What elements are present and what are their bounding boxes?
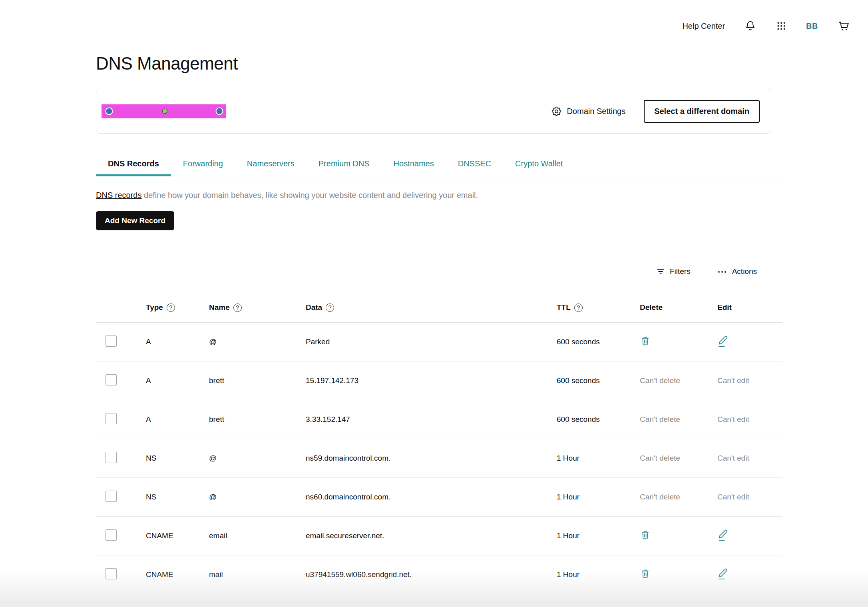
- record-data-cell: 15.197.142.173: [306, 376, 557, 385]
- table-row: NS @ ns60.domaincontrol.com. 1 Hour Can'…: [96, 478, 782, 517]
- column-header-name: Name: [209, 303, 230, 312]
- edit-pencil-icon: [717, 567, 729, 580]
- row-checkbox[interactable]: [106, 491, 117, 502]
- record-ttl-cell: 600 seconds: [557, 337, 640, 346]
- record-ttl-cell: 600 seconds: [557, 376, 640, 385]
- actions-button[interactable]: Actions: [716, 266, 757, 277]
- row-checkbox[interactable]: [106, 568, 117, 579]
- main-content: DNS Management Domain Settings Select a …: [96, 54, 782, 594]
- row-checkbox[interactable]: [106, 529, 117, 541]
- help-center-link[interactable]: Help Center: [682, 22, 725, 31]
- table-row: A @ Parked 600 seconds: [96, 323, 782, 361]
- edit-record-button[interactable]: [717, 529, 729, 541]
- cant-delete-label: Can't delete: [640, 493, 680, 501]
- record-data-cell: u37941559.wl060.sendgrid.net.: [306, 570, 557, 579]
- cant-edit-label: Can't edit: [717, 376, 749, 385]
- record-data-cell: email.secureserver.net.: [306, 531, 557, 540]
- dns-table-header: Type? Name? Data? TTL? Delete Edit: [96, 298, 782, 323]
- tab-crypto-wallet[interactable]: Crypto Wallet: [503, 159, 575, 176]
- column-header-ttl: TTL: [557, 303, 571, 312]
- table-row: A brett 3.33.152.147 600 seconds Can't d…: [96, 400, 782, 439]
- record-name-cell: brett: [209, 376, 306, 385]
- column-header-edit: Edit: [717, 303, 732, 312]
- edit-record-button[interactable]: [717, 567, 729, 580]
- cant-delete-label: Can't delete: [640, 376, 680, 385]
- type-help-icon[interactable]: ?: [167, 304, 175, 312]
- record-ttl-cell: 600 seconds: [557, 415, 640, 424]
- record-type-cell: CNAME: [146, 531, 209, 540]
- gear-icon: [551, 106, 562, 117]
- column-header-type: Type: [146, 303, 163, 312]
- tab-premium-dns[interactable]: Premium DNS: [307, 159, 382, 176]
- record-data-cell: Parked: [306, 337, 557, 346]
- record-type-cell: A: [146, 337, 209, 346]
- domain-name-redaction: [102, 104, 226, 118]
- cart-icon[interactable]: [837, 20, 850, 33]
- row-checkbox[interactable]: [106, 413, 117, 424]
- cant-edit-label: Can't edit: [717, 454, 749, 462]
- tab-dnssec[interactable]: DNSSEC: [446, 159, 503, 176]
- tab-nameservers[interactable]: Nameservers: [235, 159, 307, 176]
- cant-edit-label: Can't edit: [717, 415, 749, 423]
- row-checkbox[interactable]: [106, 335, 117, 347]
- cant-delete-label: Can't delete: [640, 415, 680, 423]
- ellipsis-icon: [716, 266, 728, 277]
- redaction-center-dot: [162, 109, 167, 114]
- record-data-cell: ns60.domaincontrol.com.: [306, 493, 557, 501]
- table-row: NS @ ns59.domaincontrol.com. 1 Hour Can'…: [96, 439, 782, 478]
- edit-pencil-icon: [717, 335, 729, 347]
- record-name-cell: @: [209, 493, 306, 501]
- notifications-bell-icon[interactable]: [744, 20, 757, 32]
- tab-forwarding[interactable]: Forwarding: [171, 159, 235, 176]
- record-data-cell: ns59.domaincontrol.com.: [306, 454, 557, 463]
- record-name-cell: @: [209, 337, 306, 346]
- record-type-cell: NS: [146, 454, 209, 463]
- dns-table-body: A @ Parked 600 seconds: [96, 323, 782, 594]
- cant-edit-label: Can't edit: [717, 493, 749, 501]
- record-name-cell: brett: [209, 415, 306, 424]
- filters-button[interactable]: Filters: [655, 266, 691, 277]
- record-type-cell: NS: [146, 493, 209, 501]
- edit-record-button[interactable]: [717, 335, 729, 347]
- delete-record-button[interactable]: [640, 568, 651, 579]
- redaction-right-dot: [216, 108, 223, 115]
- domain-settings-link[interactable]: Domain Settings: [551, 106, 625, 117]
- name-help-icon[interactable]: ?: [233, 304, 242, 312]
- select-different-domain-button[interactable]: Select a different domain: [644, 100, 760, 123]
- record-type-cell: CNAME: [146, 570, 209, 579]
- record-type-cell: A: [146, 376, 209, 385]
- data-help-icon[interactable]: ?: [326, 304, 334, 312]
- add-new-record-button[interactable]: Add New Record: [96, 211, 174, 230]
- ttl-help-icon[interactable]: ?: [574, 304, 583, 312]
- delete-record-button[interactable]: [640, 529, 651, 541]
- column-header-data: Data: [306, 303, 322, 312]
- table-row: CNAME mail u37941559.wl060.sendgrid.net.…: [96, 555, 782, 594]
- record-ttl-cell: 1 Hour: [557, 454, 640, 463]
- trash-icon: [640, 335, 651, 347]
- record-ttl-cell: 1 Hour: [557, 493, 640, 501]
- domain-card: Domain Settings Select a different domai…: [96, 89, 771, 134]
- account-avatar[interactable]: BB: [806, 22, 818, 31]
- redaction-left-dot: [106, 108, 113, 115]
- description-text: define how your domain behaves, like sho…: [141, 191, 478, 200]
- record-name-cell: @: [209, 454, 306, 463]
- row-checkbox[interactable]: [106, 374, 117, 385]
- page-title: DNS Management: [96, 54, 782, 74]
- record-type-cell: A: [146, 415, 209, 424]
- row-checkbox[interactable]: [106, 452, 117, 463]
- dns-records-link[interactable]: DNS records: [96, 191, 141, 200]
- app-grid-icon[interactable]: [776, 20, 787, 32]
- trash-icon: [640, 529, 651, 541]
- record-ttl-cell: 1 Hour: [557, 531, 640, 540]
- table-row: CNAME email email.secureserver.net. 1 Ho…: [96, 517, 782, 555]
- trash-icon: [640, 568, 651, 579]
- tab-hostnames[interactable]: Hostnames: [382, 159, 446, 176]
- delete-record-button[interactable]: [640, 335, 651, 347]
- record-name-cell: mail: [209, 570, 306, 579]
- cant-delete-label: Can't delete: [640, 454, 680, 462]
- edit-pencil-icon: [717, 529, 729, 541]
- tab-dns-records[interactable]: DNS Records: [96, 159, 171, 176]
- top-header: Help Center BB: [0, 0, 868, 40]
- column-header-delete: Delete: [640, 303, 663, 312]
- bottom-strip: [0, 601, 868, 607]
